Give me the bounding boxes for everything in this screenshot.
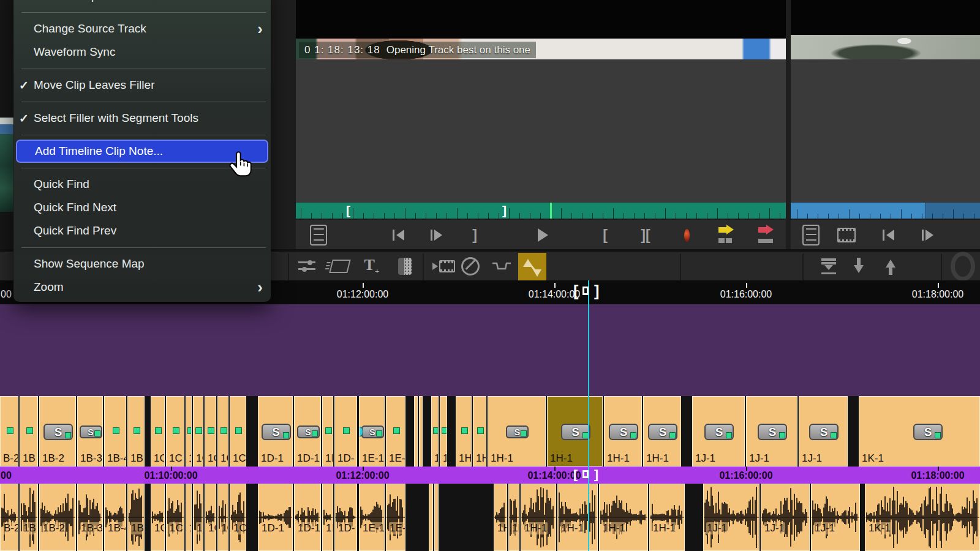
menu-list-icon[interactable] — [309, 220, 328, 250]
audio-clip[interactable]: 1K-1 — [865, 484, 980, 551]
audio-clip[interactable]: 1B-2 — [39, 484, 76, 551]
video-clip[interactable] — [414, 396, 418, 467]
audio-clip[interactable]: 1E-1 — [359, 484, 385, 551]
mark-out-icon[interactable]: ] — [467, 220, 482, 250]
down-arrow-icon[interactable] — [853, 252, 865, 281]
video-clip[interactable]: S1H-1 — [604, 396, 642, 467]
motion-effect-icon[interactable] — [331, 252, 349, 281]
audio-clip[interactable]: 1H-1 — [599, 484, 648, 551]
menu-item-quick-find-next[interactable]: Quick Find Next — [13, 196, 271, 219]
clip-play-icon[interactable] — [431, 252, 456, 281]
timecode-track[interactable]: 00 01:10:00:0001:12:00:0001:14:00:0001:1… — [0, 467, 980, 484]
audio-clip[interactable]: 1E- — [386, 484, 405, 551]
source-position-bar[interactable] — [791, 203, 980, 219]
menu-item-change-source-track[interactable]: Change Source Track› — [13, 17, 271, 40]
mark-clip-icon[interactable]: ][ — [636, 220, 655, 250]
segment-mode-icon[interactable] — [518, 253, 546, 282]
video-clip[interactable]: 1C — [166, 396, 184, 467]
record-indicator-icon[interactable] — [680, 220, 693, 250]
audio-clip[interactable]: 1H-1 — [521, 484, 556, 551]
audio-clip[interactable] — [434, 484, 439, 551]
menu-item-unmute-clips[interactable]: Unmute Clips — [13, 0, 271, 7]
posbar-playline[interactable] — [550, 203, 552, 219]
video-clip[interactable]: S1H-1 — [488, 396, 546, 467]
video-clip[interactable]: 1D — [322, 396, 333, 467]
play-icon[interactable] — [533, 220, 552, 250]
audio-clip[interactable]: 1H — [508, 484, 519, 551]
video-clip[interactable]: S1B-2 — [39, 396, 76, 467]
video-clip[interactable]: S1K-1 — [859, 396, 980, 467]
menu-item-quick-find-prev[interactable]: Quick Find Prev — [13, 219, 271, 242]
audio-clip[interactable]: 1B — [127, 484, 145, 551]
audio-clip[interactable]: 1C — [230, 484, 246, 551]
video-clip[interactable]: 1E- — [386, 396, 405, 467]
audio-clip[interactable]: 1C — [193, 484, 203, 551]
video-clip[interactable]: 1D- — [334, 396, 357, 467]
video-clip[interactable]: 1C — [205, 396, 216, 467]
video-clip[interactable]: 1C — [193, 396, 203, 467]
collapse-icon[interactable] — [820, 252, 838, 281]
menu-item-select-filler-with-segment-tools[interactable]: ✓Select Filler with Segment Tools — [13, 107, 271, 130]
video-clip[interactable]: S1E-1 — [359, 396, 385, 467]
waveform-dip-icon[interactable] — [491, 252, 512, 281]
mark-in-icon[interactable]: [ — [598, 220, 612, 250]
mixer-icon[interactable] — [298, 252, 316, 281]
video-clip[interactable]: S1J-1 — [692, 396, 745, 467]
step-forward-icon[interactable] — [918, 220, 937, 250]
title-tool-icon[interactable]: T+ — [363, 252, 381, 281]
audio-clip[interactable]: 1B-4 — [104, 484, 126, 551]
audio-clip[interactable]: B-2 — [0, 484, 18, 551]
up-arrow-icon[interactable] — [884, 252, 897, 281]
video-clip[interactable]: 1H — [473, 396, 486, 467]
audio-clip[interactable]: 1J-1 — [761, 484, 810, 551]
audio-clip[interactable]: 1J-1 — [703, 484, 760, 551]
splice-in-icon[interactable] — [717, 220, 736, 250]
step-forward-icon[interactable] — [427, 220, 445, 250]
video-clip[interactable]: B-2 — [0, 396, 18, 467]
video-clip[interactable]: S1B-3 — [77, 396, 103, 467]
audio-clip[interactable] — [429, 484, 433, 551]
audio-clip[interactable]: 1D- — [334, 484, 357, 551]
record-position-bar[interactable]: [] — [296, 203, 786, 219]
film-icon[interactable] — [837, 220, 856, 250]
video-clip[interactable]: 1B-4 — [104, 396, 126, 467]
ring-icon[interactable] — [951, 252, 975, 281]
video-clip[interactable]: 1C — [230, 396, 246, 467]
audio-clip[interactable]: 1D — [322, 484, 333, 551]
audio-clip[interactable]: 1H-1 — [649, 484, 685, 551]
step-backward-icon[interactable] — [879, 220, 897, 250]
audio-clip[interactable]: 1J-1 — [811, 484, 860, 551]
menu-item-move-clip-leaves-filler[interactable]: ✓Move Clip Leaves Filler — [13, 73, 271, 97]
audio-clip[interactable]: 1C — [166, 484, 184, 551]
audio-clip[interactable]: 1C — [217, 484, 228, 551]
video-clip[interactable]: S1J-1 — [746, 396, 797, 467]
audio-clip[interactable]: 1D-1 — [294, 484, 321, 551]
video-clip[interactable]: 1B — [20, 396, 38, 467]
video-clip[interactable]: S1D-1 — [294, 396, 321, 467]
video-clip[interactable] — [419, 396, 423, 467]
no-symbol-icon[interactable] — [461, 252, 480, 281]
video-clip[interactable]: 1C — [151, 396, 165, 467]
grain-effect-icon[interactable] — [396, 252, 414, 281]
video-clip[interactable]: 1H — [456, 396, 472, 467]
step-backward-icon[interactable] — [389, 220, 407, 250]
audio-clip[interactable]: 1C — [151, 484, 165, 551]
menu-item-show-sequence-map[interactable]: Show Sequence Map — [13, 252, 271, 276]
audio-clip[interactable]: 1 — [186, 484, 192, 551]
timeline-empty-region[interactable] — [0, 304, 980, 396]
menu-item-waveform-sync[interactable]: Waveform Sync — [13, 40, 271, 64]
audio-clip[interactable]: 1H-1 — [557, 484, 598, 551]
audio-clip[interactable]: 1D-1 — [258, 484, 293, 551]
playhead[interactable] — [588, 280, 589, 551]
audio-clip[interactable]: 1H — [494, 484, 507, 551]
menu-item-zoom[interactable]: Zoom› — [13, 276, 271, 299]
audio-clip[interactable]: 1B-3 — [77, 484, 103, 551]
audio-clip[interactable]: 1B — [20, 484, 38, 551]
menu-list-icon[interactable] — [802, 220, 820, 250]
video-clip[interactable]: S1H-1 — [643, 396, 681, 467]
video-clip-selected[interactable]: S1H-1 — [547, 396, 603, 467]
video-clip[interactable]: S1D-1 — [258, 396, 293, 467]
video-clip[interactable]: 1B — [127, 396, 145, 467]
video-clip[interactable]: 1 — [186, 396, 192, 467]
video-clip[interactable]: 1 — [431, 396, 439, 467]
